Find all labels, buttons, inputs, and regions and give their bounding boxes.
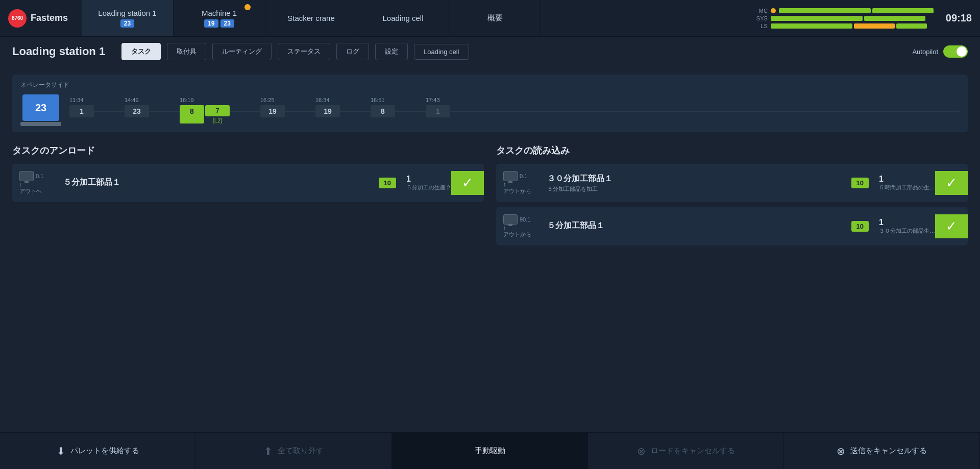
timeline-item-3: 16:25 19 — [260, 97, 285, 124]
task-name-col: ５分加工部品１ — [547, 220, 841, 232]
tab-status[interactable]: ステータス — [278, 43, 330, 60]
task-check-button[interactable]: ✓ — [935, 171, 968, 195]
tl-time: 14:49 — [125, 97, 139, 103]
nav-tab-label: Loading cell — [382, 14, 423, 22]
operator-label: オペレータサイド — [20, 81, 960, 89]
nav-tab-label: Loading station 1 — [98, 9, 156, 17]
load-task-card-1: 90.1 ↑ アウトから ５分加工部品１ 10 1 ３０分加工の部品生… ✓ — [496, 207, 968, 245]
tl-box[interactable]: 1 — [69, 105, 94, 117]
manual-drive-label: 手動駆動 — [475, 446, 505, 456]
tab-fixtures[interactable]: 取付具 — [167, 43, 206, 60]
task-arrow: ↓ — [19, 181, 22, 187]
main-content: オペレータサイド 23 11:34 1 14:49 — [0, 66, 980, 259]
tl-box-highlight[interactable]: 8 — [180, 105, 204, 124]
load-section: タスクの読み込み 0.1 ↑ アウトから ３０分加工部品１ ５分加工部品を加工 … — [496, 144, 968, 251]
cancel-load-button[interactable]: ⊗ ロードをキャンセルする — [588, 433, 784, 469]
timeline-item-1: 14:49 23 — [125, 97, 149, 124]
task-badge-col: 10 — [379, 179, 396, 187]
manual-drive-button[interactable]: 手動駆動 — [392, 433, 588, 469]
tl-box[interactable]: 19 — [315, 105, 340, 117]
status-label-ls: LS — [752, 23, 768, 29]
tab-routing[interactable]: ルーティング — [212, 43, 272, 60]
pallet-number: 23 — [35, 102, 46, 114]
unload-task-card-0: 0.1 ↓ アウトへ ５分加工部品１ 10 1 ５分加工の生産２ ✓ — [12, 164, 484, 202]
status-row-ls: LS — [752, 23, 934, 29]
nav-tab-label: Stacker crane — [287, 14, 335, 22]
tl-time: 16:25 — [260, 97, 275, 103]
task-icon-col: 0.1 ↑ アウトから — [503, 171, 539, 195]
ls-bar-2 — [854, 23, 895, 29]
sys-bars — [771, 16, 925, 21]
logo-number: 8760 — [12, 15, 23, 21]
monitor-icon — [503, 171, 518, 181]
task-name-col: ５分加工部品１ — [63, 177, 369, 189]
cancel-send-label: 送信をキャンセルする — [850, 446, 927, 456]
mc-bar-1 — [779, 8, 871, 13]
nav-tab-loading-cell[interactable]: Loading cell — [357, 0, 449, 36]
badge-23: 23 — [220, 19, 234, 28]
nav-tab-stacker-crane[interactable]: Stacker crane — [265, 0, 357, 36]
time-display: 09:18 — [938, 12, 972, 24]
tl-box-group: 8 7 [L2] — [180, 105, 230, 124]
task-sub: ５分加工部品を加工 — [547, 185, 841, 193]
pallet-visual: 23 — [22, 94, 59, 121]
tl-time: 16:19 — [180, 97, 194, 103]
task-arrow: ↑ — [503, 181, 506, 187]
logo-text: Fastems — [31, 13, 68, 23]
tl-box[interactable]: 1 — [426, 105, 450, 117]
nav-tab-overview[interactable]: 概要 — [449, 0, 541, 36]
page-header: Loading station 1 タスク 取付具 ルーティング ステータス ロ… — [0, 37, 980, 66]
autopilot-toggle[interactable] — [943, 45, 968, 58]
badge-19: 19 — [204, 19, 218, 28]
unload-section-title: タスクのアンロード — [12, 144, 484, 157]
remove-all-button[interactable]: ⬆ 全て取り外す — [196, 433, 392, 469]
task-count: 1 — [406, 175, 451, 184]
tl-box[interactable]: 23 — [125, 105, 149, 117]
nav-right: MC SYS LS — [744, 0, 980, 36]
badge-23: 23 — [120, 19, 134, 28]
remove-all-icon: ⬆ — [264, 445, 273, 457]
tl-time: 16:34 — [315, 97, 330, 103]
task-direction: アウトへ — [19, 187, 42, 195]
tab-task[interactable]: タスク — [121, 43, 161, 60]
tl-sub-label: [L2] — [213, 117, 222, 124]
status-row-sys: SYS — [752, 15, 934, 21]
timeline-items: 11:34 1 14:49 23 16:19 8 7 — [69, 97, 960, 124]
tl-time: 17:43 — [426, 97, 440, 103]
task-check-button[interactable]: ✓ — [451, 171, 484, 195]
tab-settings[interactable]: 設定 — [375, 43, 408, 60]
status-row-mc: MC — [752, 8, 934, 14]
status-label-sys: SYS — [752, 15, 768, 21]
tl-box[interactable]: 19 — [260, 105, 285, 117]
nav-tab-loading-station-1[interactable]: Loading station 1 23 — [82, 0, 174, 36]
task-badge: 10 — [851, 178, 869, 188]
nav-tab-label: 概要 — [487, 13, 503, 23]
supply-pallet-icon: ⬇ — [57, 445, 65, 457]
toggle-knob — [957, 46, 967, 57]
task-id: 0.1 — [36, 173, 43, 179]
task-arrow: ↑ — [503, 225, 506, 231]
machine-dot — [244, 4, 251, 10]
nav-tab-badges: 19 23 — [204, 19, 234, 28]
task-count-col: 1 ５時間加工部品の生… — [879, 175, 935, 191]
task-badge-col: 10 — [851, 223, 869, 230]
pallet-icon: 23 — [20, 94, 61, 126]
sys-bar-2 — [864, 16, 925, 21]
nav-tab-machine-1[interactable]: Machine 1 19 23 — [174, 0, 265, 36]
task-check-button[interactable]: ✓ — [935, 214, 968, 238]
task-badge: 10 — [851, 221, 869, 232]
unload-section: タスクのアンロード 0.1 ↓ アウトへ ５分加工部品１ 10 — [12, 144, 484, 251]
cancel-send-button[interactable]: ⊗ 送信をキャンセルする — [784, 433, 980, 469]
load-section-title: タスクの読み込み — [496, 144, 968, 157]
tab-log[interactable]: ログ — [336, 43, 369, 60]
task-name-col: ３０分加工部品１ ５分加工部品を加工 — [547, 174, 841, 193]
tl-sub-group: 7 [L2] — [205, 105, 230, 124]
tab-loading-cell[interactable]: Loading cell — [414, 44, 469, 60]
task-name: ５分加工部品１ — [63, 177, 369, 188]
task-icon-row: 0.1 — [503, 171, 527, 181]
timeline: 11:34 1 14:49 23 16:19 8 7 — [69, 97, 960, 124]
tl-box[interactable]: 8 — [371, 105, 395, 117]
tl-box-sub[interactable]: 7 — [205, 105, 230, 116]
ls-bars — [771, 23, 927, 29]
supply-pallet-button[interactable]: ⬇ パレットを供給する — [0, 433, 196, 469]
